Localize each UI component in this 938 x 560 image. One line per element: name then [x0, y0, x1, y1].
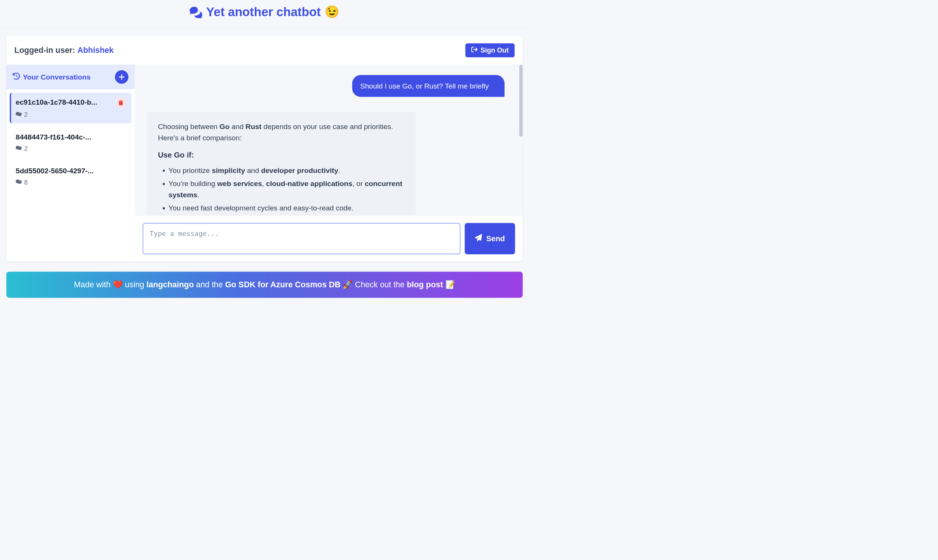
- conversation-item[interactable]: 5dd55002-5650-4297-... 8: [10, 161, 131, 191]
- message-input[interactable]: [143, 223, 461, 254]
- send-icon: [475, 234, 482, 243]
- comments-icon: [16, 145, 22, 152]
- bot-message: Choosing between Go and Rust depends on …: [147, 111, 415, 215]
- sidebar-heading-text: Your Conversations: [23, 73, 91, 81]
- comments-icon: [16, 178, 22, 186]
- footer-banner: Made with ❤️ using langchaingo and the G…: [6, 272, 523, 298]
- sign-out-label: Sign Out: [481, 46, 509, 54]
- history-icon: [13, 72, 20, 82]
- conversation-count: 2: [24, 111, 28, 118]
- comments-icon: [16, 111, 22, 118]
- conversation-list: ec91c10a-1c78-4410-b... 2: [6, 89, 135, 199]
- chat-bubbles-icon: [190, 5, 203, 18]
- sign-out-icon: [471, 46, 477, 54]
- heart-icon: ❤️: [113, 280, 123, 289]
- langchaingo-link[interactable]: langchaingo: [146, 280, 194, 289]
- wink-emoji: 😉: [325, 6, 339, 18]
- new-conversation-button[interactable]: [115, 70, 128, 84]
- logged-in-prefix: Logged-in user:: [14, 46, 77, 55]
- conversation-meta: 8: [16, 178, 28, 186]
- list-item: You need fast development cycles and eas…: [168, 202, 405, 214]
- sidebar-header: Your Conversations: [6, 65, 135, 89]
- conversation-title: 5dd55002-5650-4297-...: [16, 167, 94, 175]
- user-message: Should I use Go, or Rust? Tell me briefl…: [352, 75, 504, 96]
- list-item: You're building web services, cloud-nati…: [168, 178, 405, 200]
- conversation-title: ec91c10a-1c78-4410-b...: [16, 98, 97, 106]
- sidebar: Your Conversations ec91c10a-1c78-4410-b.…: [6, 65, 135, 262]
- send-button[interactable]: Send: [465, 223, 515, 254]
- conversation-count: 2: [24, 145, 28, 152]
- main-card: Logged-in user: Abhishek Sign Out Your: [6, 36, 523, 262]
- chat-area: Should I use Go, or Rust? Tell me briefl…: [135, 65, 523, 262]
- conversation-count: 8: [24, 179, 28, 186]
- conversation-meta: 2: [16, 111, 28, 118]
- delete-conversation-button[interactable]: [116, 98, 126, 107]
- list-item: You prioritize simplicity and developer …: [168, 165, 405, 176]
- conversation-title: 84484473-f161-404c-...: [16, 133, 91, 141]
- bot-bullet-list: You prioritize simplicity and developer …: [158, 165, 405, 215]
- app-title-row: Yet another chatbot 😉: [0, 0, 529, 28]
- sidebar-heading: Your Conversations: [13, 72, 91, 82]
- composer: Send: [135, 215, 523, 261]
- conversation-item[interactable]: ec91c10a-1c78-4410-b... 2: [10, 93, 131, 123]
- sign-out-button[interactable]: Sign Out: [465, 43, 515, 57]
- username-link[interactable]: Abhishek: [77, 46, 113, 55]
- conversation-item[interactable]: 84484473-f161-404c-... 2: [10, 128, 131, 157]
- conversation-meta: 2: [16, 145, 28, 152]
- messages-pane[interactable]: Should I use Go, or Rust? Tell me briefl…: [135, 65, 523, 215]
- logged-in-label: Logged-in user: Abhishek: [14, 46, 113, 55]
- blog-post-link[interactable]: blog post: [407, 280, 443, 289]
- send-label: Send: [486, 234, 505, 243]
- sdk-link[interactable]: Go SDK for Azure Cosmos DB: [225, 280, 341, 289]
- app-title-text: Yet another chatbot: [206, 5, 321, 19]
- bot-subheading: Use Go if:: [158, 149, 405, 160]
- scrollbar[interactable]: [519, 65, 523, 137]
- app-title: Yet another chatbot 😉: [190, 5, 340, 19]
- header-bar: Logged-in user: Abhishek Sign Out: [6, 36, 523, 65]
